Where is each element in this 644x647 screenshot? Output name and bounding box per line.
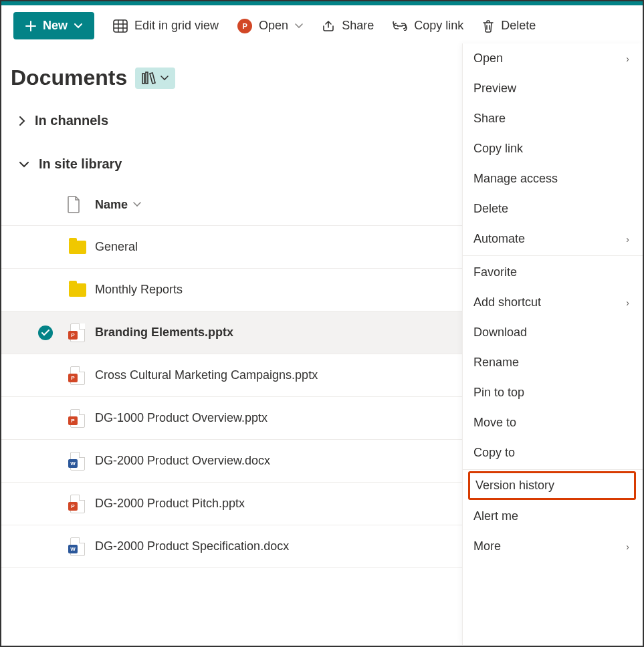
ctx-automate[interactable]: Automate› [463, 224, 643, 254]
ctx-open[interactable]: Open› [463, 43, 643, 74]
open-label: Open [259, 19, 288, 33]
ctx-more[interactable]: More› [463, 531, 643, 561]
library-view-switcher[interactable] [135, 68, 175, 89]
ctx-label: Download [473, 326, 527, 340]
ctx-preview[interactable]: Preview [463, 74, 643, 104]
powerpoint-file-icon: P [60, 409, 95, 428]
chevron-down-icon [19, 161, 29, 168]
section-label: In site library [39, 156, 122, 172]
chevron-down-icon [133, 202, 141, 207]
ctx-label: Delete [473, 202, 508, 216]
chevron-down-icon [295, 23, 303, 29]
chevron-right-icon: › [626, 297, 629, 308]
ctx-download[interactable]: Download [463, 317, 643, 348]
plus-icon [25, 21, 36, 31]
chevron-right-icon: › [626, 541, 629, 552]
divider [463, 469, 643, 470]
divider [463, 255, 643, 256]
copy-link-button[interactable]: Copy link [393, 19, 463, 33]
word-file-icon: W [60, 452, 95, 471]
file-generic-icon [67, 196, 80, 213]
ctx-label: Alert me [473, 509, 518, 523]
ctx-label: Pin to top [473, 386, 524, 400]
trash-icon [482, 19, 494, 33]
share-label: Share [342, 19, 374, 33]
ctx-add-shortcut[interactable]: Add shortcut› [463, 287, 643, 317]
column-header-name[interactable]: Name [95, 198, 141, 212]
ctx-label: Copy link [473, 142, 523, 156]
folder-icon [60, 283, 95, 297]
new-button[interactable]: New [13, 12, 94, 39]
link-icon [393, 21, 407, 31]
svg-rect-2 [146, 72, 148, 84]
share-icon [322, 19, 335, 33]
checkmark-icon [38, 326, 53, 340]
ctx-label: Add shortcut [473, 295, 541, 309]
library-icon [142, 72, 156, 85]
ctx-version-history[interactable]: Version history [468, 471, 636, 500]
folder-icon [60, 241, 95, 254]
powerpoint-file-icon: P [60, 366, 95, 385]
row-select-slot[interactable] [31, 326, 60, 340]
ctx-rename[interactable]: Rename [463, 348, 643, 378]
chevron-down-icon [160, 76, 169, 81]
ctx-copy-link[interactable]: Copy link [463, 134, 643, 164]
powerpoint-icon: P [237, 19, 252, 33]
ctx-pin-to-top[interactable]: Pin to top [463, 378, 643, 408]
chevron-right-icon [19, 116, 25, 126]
ctx-label: Version history [475, 479, 554, 492]
chevron-right-icon: › [626, 53, 629, 64]
column-header-name-label: Name [95, 198, 128, 212]
delete-label: Delete [501, 19, 536, 33]
powerpoint-file-icon: P [60, 495, 95, 513]
ctx-favorite[interactable]: Favorite [463, 257, 643, 287]
page-title: Documents [11, 66, 127, 90]
powerpoint-file-icon: P [60, 324, 95, 342]
ctx-label: Favorite [473, 265, 517, 279]
ctx-label: Rename [473, 356, 519, 370]
ctx-move-to[interactable]: Move to [463, 408, 643, 438]
share-button[interactable]: Share [322, 19, 374, 33]
ctx-share[interactable]: Share [463, 104, 643, 134]
ctx-label: Preview [473, 82, 516, 96]
copy-link-label: Copy link [414, 19, 463, 33]
edit-grid-view-label: Edit in grid view [134, 19, 219, 33]
ctx-alert-me[interactable]: Alert me [463, 501, 643, 531]
ctx-label: Manage access [473, 172, 558, 186]
context-menu: Open› Preview Share Copy link Manage acc… [462, 43, 643, 645]
ctx-label: Automate [473, 232, 525, 246]
delete-button[interactable]: Delete [482, 19, 536, 33]
section-label: In channels [35, 113, 108, 128]
grid-icon [113, 19, 128, 33]
word-file-icon: W [60, 537, 95, 556]
chevron-right-icon: › [626, 234, 629, 245]
ctx-label: Copy to [473, 446, 515, 460]
ctx-label: More [473, 539, 501, 553]
chevron-down-icon [74, 23, 82, 29]
new-button-label: New [43, 19, 68, 33]
svg-rect-0 [114, 20, 127, 32]
edit-grid-view-button[interactable]: Edit in grid view [113, 19, 219, 33]
ctx-label: Share [473, 112, 506, 126]
open-button[interactable]: P Open [237, 19, 303, 33]
ctx-delete[interactable]: Delete [463, 194, 643, 224]
ctx-copy-to[interactable]: Copy to [463, 438, 643, 468]
ctx-manage-access[interactable]: Manage access [463, 164, 643, 194]
ctx-label: Open [473, 51, 503, 66]
svg-rect-1 [142, 74, 144, 84]
ctx-label: Move to [473, 416, 516, 430]
